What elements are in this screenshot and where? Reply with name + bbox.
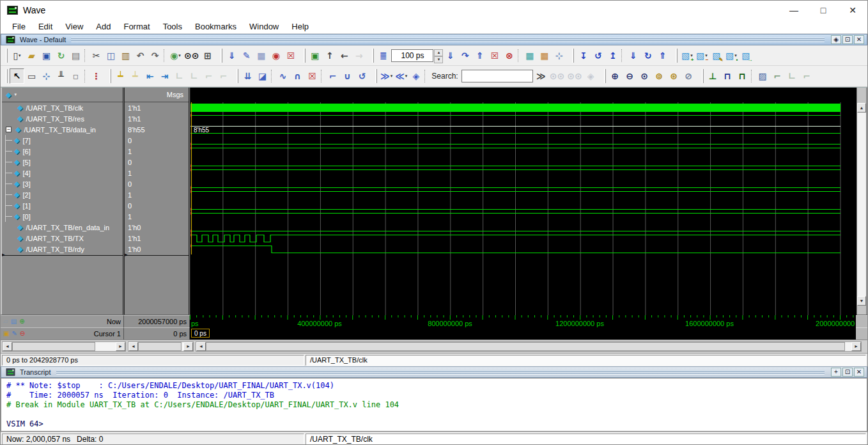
toolbar-grip[interactable]: [236, 69, 238, 83]
spinner-up-icon[interactable]: ▲: [434, 49, 443, 56]
toolbar-grip[interactable]: [109, 69, 111, 83]
find-button[interactable]: ⊙⊙: [183, 48, 200, 63]
delete-virtual-button[interactable]: ☒: [305, 68, 320, 84]
wave-pane-menu-icon[interactable]: ◈: [831, 35, 841, 44]
minimize-button[interactable]: —: [779, 1, 809, 20]
signal-value-uart-tx-tb-clk[interactable]: 1'h1: [125, 102, 189, 113]
zoom-mode-button[interactable]: ⊘: [681, 68, 696, 84]
wave-hscrollbar-track[interactable]: [206, 342, 851, 351]
wave-vertical-scrollbar[interactable]: ▲ ▼: [856, 88, 866, 315]
signal-row-uart-tx-tb-data-in[interactable]: −◆/UART_TX_TB/data_in: [2, 124, 123, 135]
stop-wave-drawing-button[interactable]: ⋮: [89, 68, 104, 84]
global-view-pulse-button[interactable]: ⊓: [735, 68, 750, 84]
select-mode-button[interactable]: ↖: [10, 68, 24, 84]
add-selected-to-window-button[interactable]: ▧+▾: [679, 48, 694, 63]
new-document-button[interactable]: ▯▾: [10, 48, 24, 63]
transcript-add-icon[interactable]: +: [831, 368, 841, 377]
zoom-in-button[interactable]: ⊕: [608, 68, 623, 84]
toolbar-grip[interactable]: [702, 69, 704, 83]
stop-button[interactable]: ⊗: [502, 48, 516, 63]
zoom-full-button[interactable]: ⊙: [637, 68, 652, 84]
scroll-right-button[interactable]: ►: [851, 342, 861, 351]
scroll-left-button[interactable]: ◄: [196, 342, 206, 351]
signal-row-7[interactable]: ◆[7]: [2, 135, 123, 146]
zoom-cursor-button[interactable]: ⊚: [652, 68, 667, 84]
zoom-out-button[interactable]: ⊖: [623, 68, 637, 84]
transcript-console[interactable]: # ** Note: $stop : C:/Users/ENDALE/Deskt…: [1, 378, 867, 432]
environment-edit-button[interactable]: ✎: [239, 48, 254, 63]
undo-button[interactable]: ↶: [133, 48, 148, 63]
erase-highlight-button[interactable]: ◪: [255, 68, 270, 84]
clock-signal-button[interactable]: ↺: [355, 68, 369, 84]
break-button[interactable]: ☒: [487, 48, 502, 63]
expand-time-mode-button[interactable]: ▨: [756, 68, 770, 84]
scroll-right-button[interactable]: ►: [183, 342, 193, 351]
menu-item-help[interactable]: Help: [285, 20, 315, 33]
zoom-range-button[interactable]: ⊛: [667, 68, 681, 84]
signal-row-uart-tx-tb-rdy[interactable]: ◆/UART_TX_TB/rdy: [2, 244, 123, 254]
cursor-cell[interactable]: ▣✎⊖ Cursor 1: [1, 327, 124, 340]
collapse-group-button[interactable]: ≫▾: [379, 68, 394, 84]
leaf-view-pulse-button[interactable]: ⊓: [720, 68, 735, 84]
toolbar-grip[interactable]: [304, 49, 306, 63]
run-all-button[interactable]: ⇑: [472, 48, 487, 63]
spinner-down-icon[interactable]: ▼: [434, 56, 443, 63]
scroll-left-button[interactable]: ◄: [3, 342, 12, 351]
toolbar-grip[interactable]: [375, 69, 377, 83]
save-button[interactable]: ▣: [39, 48, 54, 63]
toolbar-grip[interactable]: [372, 49, 374, 63]
values-hscrollbar-thumb[interactable]: [138, 342, 182, 351]
pan-hand-button[interactable]: ⊹: [552, 48, 566, 63]
next-transition-button[interactable]: ⇥: [157, 68, 172, 84]
up-hierarchy-button[interactable]: ↑: [322, 48, 337, 63]
scroll-left-button[interactable]: ◄: [128, 342, 138, 351]
zoom-select-mode-button[interactable]: ▭: [24, 68, 39, 84]
next-transition-over-button[interactable]: ↻: [640, 48, 655, 63]
edit-cursor-icon[interactable]: ✎: [12, 331, 17, 337]
toolbar-grip[interactable]: [221, 49, 222, 63]
add-cursor-icon[interactable]: ⊕: [19, 318, 24, 325]
next-event-down-button[interactable]: ↧: [576, 48, 591, 63]
menu-item-tools[interactable]: Tools: [157, 20, 189, 33]
signal-value-2[interactable]: 1: [125, 189, 189, 200]
tree-menu-dropdown-icon[interactable]: ▾: [14, 92, 17, 97]
signal-row-5[interactable]: ◆[5]: [2, 157, 123, 168]
menu-item-window[interactable]: Window: [243, 20, 285, 33]
signal-value-uart-tx-tb-en-data-in[interactable]: 1'h0: [125, 222, 189, 233]
expand-group-button[interactable]: ≪▾: [394, 68, 408, 84]
wave-hscrollbar[interactable]: ◄►: [196, 341, 862, 352]
waveform-svg[interactable]: 8'h55: [190, 102, 856, 315]
menu-item-file[interactable]: File: [6, 20, 32, 33]
transcript-grip[interactable]: [56, 370, 825, 375]
next-transition-down-button[interactable]: ⇓: [626, 48, 640, 63]
signal-value-uart-tx-tb-res[interactable]: 1'h1: [125, 113, 189, 124]
expand-collapse-toggle[interactable]: −: [6, 127, 12, 132]
signal-value-uart-tx-tb-rdy[interactable]: 1'h0: [125, 244, 189, 254]
back-button[interactable]: ←: [337, 48, 352, 63]
signal-row-uart-tx-tb-res[interactable]: ◆/UART_TX_TB/res: [2, 113, 123, 124]
names-hscrollbar-track[interactable]: [12, 342, 116, 351]
insert-mode-dropdown-icon[interactable]: ▾: [178, 53, 181, 58]
wave-pane-close-icon[interactable]: ✕: [854, 35, 864, 44]
break-now-button[interactable]: ◉: [268, 48, 283, 63]
signal-row-uart-tx-tb-tx[interactable]: ◆/UART_TX_TB/TX: [2, 233, 123, 244]
previous-transition-button[interactable]: ⇤: [143, 68, 157, 84]
next-transition-up-button[interactable]: ⇑: [655, 48, 670, 63]
reload-button[interactable]: ↻: [54, 48, 68, 63]
tree-menu-icon[interactable]: ◆: [6, 91, 11, 99]
cut-button[interactable]: ✂: [89, 48, 104, 63]
signal-value-3[interactable]: 0: [125, 178, 189, 189]
menu-item-add[interactable]: Add: [89, 20, 117, 33]
signal-value-uart-tx-tb-tx[interactable]: 1'h1: [125, 233, 189, 244]
signal-row-uart-tx-tb-clk[interactable]: ◆/UART_TX_TB/clk: [2, 102, 123, 113]
cursor-time-box[interactable]: 0 ps: [191, 329, 210, 338]
edit-selected-button[interactable]: ▧✎: [709, 48, 724, 63]
toolbar-grip[interactable]: [6, 49, 8, 63]
wave-pane-undock-icon[interactable]: ⊡: [842, 35, 853, 44]
run-length-spinner[interactable]: ▲▼: [434, 49, 443, 62]
menu-item-bookmarks[interactable]: Bookmarks: [189, 20, 243, 33]
delta-time-mode-button[interactable]: ⌐: [770, 68, 785, 84]
close-button[interactable]: ✕: [838, 1, 867, 20]
signal-row-0[interactable]: ◆[0]: [2, 211, 123, 222]
filter-signals-button[interactable]: ◈: [408, 68, 423, 84]
